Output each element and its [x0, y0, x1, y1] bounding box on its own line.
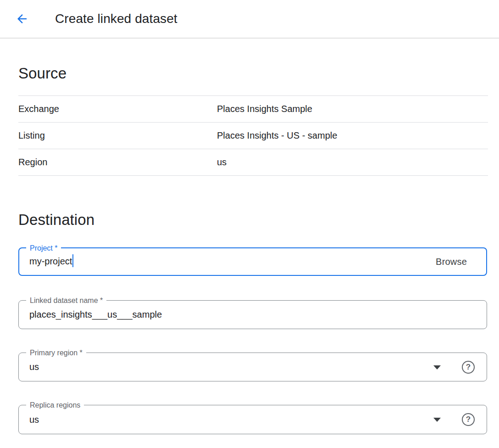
- replica-regions-select[interactable]: Replica regions us ?: [18, 405, 487, 434]
- source-info-table: Exchange Places Insights Sample Listing …: [18, 95, 488, 176]
- source-row-region: Region us: [18, 149, 488, 176]
- primary-region-value: us: [29, 362, 39, 372]
- source-row-exchange: Exchange Places Insights Sample: [18, 96, 488, 123]
- source-row-listing: Listing Places Insights - US - sample: [18, 123, 488, 149]
- exchange-value: Places Insights Sample: [217, 104, 312, 114]
- text-cursor: [72, 254, 73, 267]
- destination-section-heading: Destination: [18, 211, 488, 229]
- project-field-value: my-project: [29, 256, 73, 268]
- region-value: us: [217, 157, 227, 168]
- linked-dataset-name-label: Linked dataset name *: [26, 296, 106, 305]
- source-section-heading: Source: [18, 64, 488, 83]
- replica-regions-value: us: [29, 414, 39, 425]
- help-icon[interactable]: ?: [462, 413, 475, 426]
- primary-region-label: Primary region *: [26, 348, 86, 358]
- replica-regions-label: Replica regions: [26, 401, 84, 410]
- back-button[interactable]: [13, 10, 31, 28]
- primary-region-select[interactable]: Primary region * us ?: [18, 353, 487, 381]
- region-label: Region: [18, 157, 217, 168]
- chevron-down-icon: [433, 365, 441, 370]
- listing-value: Places Insights - US - sample: [217, 130, 337, 141]
- linked-dataset-name-value: places_insights___us___sample: [29, 309, 162, 320]
- arrow-back-icon: [15, 12, 29, 26]
- header: Create linked dataset: [0, 0, 499, 39]
- destination-fields: Project * my-project Browse Linked datas…: [18, 247, 487, 434]
- browse-button[interactable]: Browse: [436, 257, 467, 267]
- page-title: Create linked dataset: [55, 11, 177, 26]
- linked-dataset-name-field[interactable]: Linked dataset name * places_insights___…: [18, 300, 487, 329]
- help-icon[interactable]: ?: [462, 361, 475, 374]
- exchange-label: Exchange: [18, 104, 217, 114]
- chevron-down-icon: [433, 418, 441, 422]
- project-field-label: Project *: [26, 244, 61, 253]
- main-content: Source Exchange Places Insights Sample L…: [0, 64, 499, 434]
- project-field[interactable]: Project * my-project Browse: [18, 247, 487, 276]
- listing-label: Listing: [18, 130, 217, 141]
